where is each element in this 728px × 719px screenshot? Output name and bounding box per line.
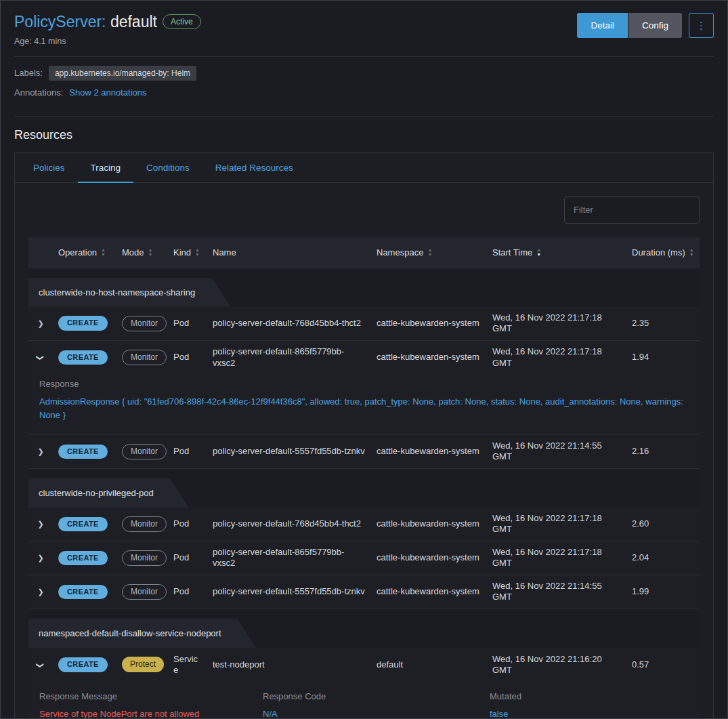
- kind-cell: Pod: [168, 346, 207, 368]
- operation-badge: CREATE: [58, 551, 108, 566]
- column-start-time[interactable]: Start Time: [487, 242, 626, 263]
- expand-chevron-icon[interactable]: [37, 588, 43, 597]
- duration-cell: 2.04: [626, 547, 700, 569]
- operation-badge: CREATE: [58, 657, 108, 672]
- name-cell: policy-server-default-865f5779bb-vxsc2: [207, 341, 371, 374]
- start-time-cell: Wed, 16 Nov 2022 21:17:18 GMT: [487, 307, 626, 340]
- resources-heading: Resources: [14, 128, 714, 142]
- mode-badge: Protect: [122, 657, 164, 672]
- duration-cell: 2.60: [626, 513, 700, 535]
- table-row[interactable]: CREATE Monitor Pod policy-server-default…: [28, 508, 700, 541]
- group-header: clusterwide-no-privileged-pod: [28, 469, 700, 508]
- table-row[interactable]: CREATE Monitor Pod policy-server-default…: [28, 541, 700, 575]
- expand-column-header: [28, 247, 53, 258]
- namespace-cell: default: [371, 654, 487, 676]
- start-time-cell: Wed, 16 Nov 2022 21:16:20 GMT: [487, 649, 626, 682]
- column-kind[interactable]: Kind: [168, 242, 207, 263]
- kebab-icon: ⋮: [696, 20, 706, 31]
- mode-badge: Monitor: [122, 516, 167, 532]
- start-time-cell: Wed, 16 Nov 2022 21:17:18 GMT: [487, 541, 626, 575]
- operation-badge: CREATE: [58, 517, 108, 532]
- name-cell: policy-server-default-5557fd55db-tznkv: [207, 581, 371, 602]
- collapse-chevron-icon[interactable]: [36, 662, 45, 668]
- row-detail-fields: Response Message Service of type NodePor…: [28, 682, 700, 719]
- namespace-cell: cattle-kubewarden-system: [371, 346, 487, 368]
- column-duration[interactable]: Duration (ms): [626, 242, 700, 263]
- age-text: Age: 4.1 mins: [14, 37, 201, 46]
- expand-chevron-icon[interactable]: [37, 554, 43, 563]
- start-time-cell: Wed, 16 Nov 2022 21:17:18 GMT: [487, 341, 626, 374]
- tab-related-resources[interactable]: Related Resources: [202, 153, 306, 182]
- filter-row: [28, 197, 700, 224]
- detail-fields-grid: Response Message Service of type NodePor…: [39, 686, 689, 719]
- sort-icon: [148, 248, 153, 257]
- tab-content: Operation Mode Kind Name Namespace: [15, 183, 713, 719]
- table-header: Operation Mode Kind Name Namespace: [28, 237, 700, 268]
- name-cell: policy-server-default-768d45bb4-thct2: [207, 312, 371, 334]
- table-row[interactable]: CREATE Protect Service test-nodeport def…: [28, 648, 700, 682]
- tab-policies[interactable]: Policies: [20, 153, 78, 182]
- label-chip: app.kubernetes.io/managed-by: Helm: [49, 66, 196, 81]
- labels-row: Labels: app.kubernetes.io/managed-by: He…: [14, 66, 714, 81]
- kind-cell: Pod: [168, 513, 207, 535]
- operation-badge: CREATE: [58, 316, 108, 331]
- field-label: Response Message: [39, 691, 263, 701]
- response-label: Response: [39, 379, 689, 389]
- filter-input[interactable]: [564, 197, 700, 224]
- field-value: false: [490, 707, 689, 719]
- table-row[interactable]: CREATE Monitor Pod policy-server-default…: [28, 435, 700, 469]
- detail-button[interactable]: Detail: [577, 13, 628, 38]
- resources-panel: Policies Tracing Conditions Related Reso…: [14, 152, 714, 719]
- tab-bar: Policies Tracing Conditions Related Reso…: [15, 153, 713, 183]
- name-cell: policy-server-default-768d45bb4-thct2: [207, 513, 371, 535]
- namespace-cell: cattle-kubewarden-system: [371, 312, 487, 334]
- page-header: PolicyServer: defaultActive Age: 4.1 min…: [14, 13, 714, 46]
- column-name[interactable]: Name: [207, 242, 371, 263]
- kind-cell: Service: [168, 649, 207, 682]
- table-row[interactable]: CREATE Monitor Pod policy-server-default…: [28, 341, 700, 375]
- show-annotations-link[interactable]: Show 2 annotations: [69, 87, 146, 98]
- status-badge: Active: [163, 14, 201, 29]
- operation-badge: CREATE: [58, 585, 108, 600]
- group-tab: clusterwide-no-host-namespace-sharing: [28, 278, 230, 307]
- sort-icon-active: [536, 248, 541, 257]
- annotations-row: Annotations: Show 2 annotations: [14, 87, 714, 98]
- name-cell: test-nodeport: [207, 654, 371, 676]
- metadata-section: Labels: app.kubernetes.io/managed-by: He…: [14, 57, 714, 106]
- mode-badge: Monitor: [122, 350, 167, 365]
- column-operation[interactable]: Operation: [53, 242, 116, 263]
- table-row[interactable]: CREATE Monitor Pod policy-server-default…: [28, 575, 700, 609]
- title-block: PolicyServer: defaultActive Age: 4.1 min…: [14, 13, 201, 46]
- tab-conditions[interactable]: Conditions: [133, 153, 202, 182]
- duration-cell: 2.35: [626, 312, 700, 334]
- column-mode[interactable]: Mode: [116, 242, 168, 263]
- resource-type: PolicyServer:: [14, 13, 106, 30]
- kind-cell: Pod: [168, 547, 207, 569]
- header-actions: Detail Config ⋮: [577, 13, 714, 38]
- expand-chevron-icon[interactable]: [37, 319, 43, 329]
- table-row[interactable]: CREATE Monitor Pod policy-server-default…: [28, 307, 700, 341]
- name-cell: policy-server-default-5557fd55db-tznkv: [207, 440, 371, 462]
- row-detail-response: Response AdmissionResponse { uid: "61fed…: [28, 375, 700, 435]
- start-time-cell: Wed, 16 Nov 2022 21:14:55 GMT: [487, 435, 626, 468]
- field-label: Response Code: [263, 691, 490, 701]
- operation-badge: CREATE: [58, 350, 108, 365]
- kind-cell: Pod: [168, 440, 207, 462]
- sort-icon: [689, 248, 694, 257]
- collapse-chevron-icon[interactable]: [36, 355, 45, 361]
- response-code-field: Response Code N/A: [263, 691, 490, 719]
- sort-icon: [195, 248, 200, 257]
- kebab-menu-button[interactable]: ⋮: [689, 13, 714, 38]
- kind-cell: Pod: [168, 312, 207, 334]
- expand-chevron-icon[interactable]: [37, 447, 43, 457]
- divider: [14, 116, 714, 117]
- group-header: namespaced-default-disallow-service-node…: [28, 609, 700, 648]
- tab-tracing[interactable]: Tracing: [78, 153, 134, 182]
- field-label: Mutated: [490, 691, 689, 701]
- expand-chevron-icon[interactable]: [37, 520, 43, 529]
- namespace-cell: cattle-kubewarden-system: [371, 513, 487, 535]
- column-namespace[interactable]: Namespace: [371, 242, 487, 263]
- field-value: Service of type NodePort are not allowed: [39, 707, 263, 719]
- labels-label: Labels:: [14, 68, 43, 78]
- config-button[interactable]: Config: [628, 13, 682, 38]
